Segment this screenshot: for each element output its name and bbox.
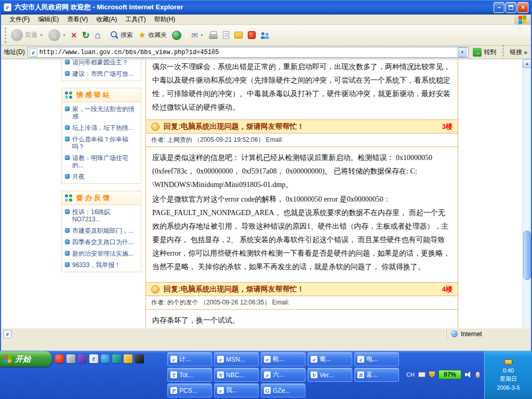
sidebar-link[interactable]: 家，一段无法割舍的情感 (62, 103, 141, 122)
task-button[interactable]: e我... (214, 383, 259, 397)
bullet-icon (65, 262, 70, 267)
volume-icon[interactable] (465, 371, 472, 378)
address-input[interactable] (39, 49, 456, 56)
media-button[interactable] (169, 29, 184, 42)
favorites-star-icon: ★ (138, 31, 146, 39)
thread-content: 偶尔一次不理睬会，系统出错是正常的，重新启动即可，出现次数多了，两种情况比较常见… (145, 59, 458, 336)
scrollbar-thumb[interactable] (523, 231, 531, 280)
quicklaunch-ie-icon[interactable]: e (89, 354, 98, 363)
mouse-icon[interactable] (475, 371, 480, 378)
stop-button[interactable]: × (69, 29, 79, 42)
quicklaunch-icon-2[interactable] (66, 354, 75, 363)
quicklaunch-icon-5[interactable] (101, 354, 110, 363)
sidebar-link[interactable]: 坛上冷清，坛下热情... (62, 122, 141, 134)
back-dropdown-icon[interactable]: ▼ (39, 33, 43, 37)
links-toolbar[interactable]: 链接 » (509, 48, 528, 57)
back-label: 后退 (25, 31, 37, 39)
task-button[interactable]: e电... (354, 352, 399, 366)
messenger-button[interactable] (258, 30, 272, 41)
task-button[interactable]: NNBC... (214, 368, 259, 382)
address-dropdown-icon[interactable]: ▼ (458, 47, 467, 57)
vertical-scrollbar[interactable]: ▲ ▼ (522, 59, 531, 339)
task-button-icon: G (264, 387, 271, 394)
mail-dropdown-icon[interactable]: ▼ (200, 33, 204, 37)
quicklaunch-icon-6[interactable] (112, 354, 121, 363)
print-button[interactable] (206, 30, 220, 41)
sidebar-link[interactable]: 新的治安管理法实施... (62, 248, 141, 259)
toolbar-grip[interactable] (5, 28, 6, 43)
shield-icon[interactable] (429, 371, 435, 378)
minimize-button[interactable]: – (494, 2, 504, 13)
quicklaunch-icon-7[interactable] (124, 354, 132, 363)
home-button[interactable]: ⌂ (92, 29, 103, 42)
language-indicator[interactable]: CH (406, 371, 415, 378)
task-button-label: GZe... (273, 387, 290, 394)
task-button[interactable]: VVer... (308, 368, 352, 382)
mail-button[interactable]: ✉ ▼ (189, 30, 206, 41)
sidebar-link-label: 四季春交叉路口为什... (72, 238, 134, 246)
sidebar-link[interactable]: 96333，我举报！ (62, 259, 141, 271)
search-button[interactable]: 搜索 (108, 29, 136, 41)
qq-button[interactable] (245, 30, 258, 41)
sidebar-link[interactable]: 建议：市民广场可放... (62, 68, 141, 79)
reply-header: 回复:电脑系统出现问题，烦请网友帮帮忙！ 3楼 (146, 119, 458, 134)
menu-help[interactable]: 帮助(H) (150, 14, 180, 25)
mail-icon: ✉ (191, 31, 198, 39)
quicklaunch-icon-1[interactable] (55, 354, 64, 363)
menu-view[interactable]: 查看(V) (63, 14, 92, 25)
sidebar-link[interactable]: 请问帝都豪园业主？ (62, 59, 141, 68)
links-chevron-icon[interactable]: » (524, 49, 527, 56)
sidebar-link[interactable]: 请教：明珠广场住宅的... (62, 152, 141, 171)
scroll-up-icon[interactable]: ▲ (523, 59, 531, 68)
sidebar-link[interactable]: 什么是幸福？你幸福吗？ (62, 134, 141, 152)
task-button-icon: e (264, 356, 271, 363)
task-button[interactable]: TTot... (167, 368, 212, 382)
forward-dropdown-icon[interactable]: ▼ (62, 33, 66, 37)
sidebar-link[interactable]: 市建委及职能部门，... (62, 225, 141, 236)
refresh-button[interactable]: ↻ (79, 29, 92, 42)
forward-button[interactable]: → ▼ (46, 28, 69, 43)
task-button[interactable]: e检... (261, 352, 305, 366)
start-button[interactable]: 开始 (0, 351, 52, 367)
menu-favorites[interactable]: 收藏(A) (92, 14, 121, 25)
quicklaunch-icon-3[interactable] (78, 354, 87, 363)
sidebar-link[interactable]: 投诉：16路皖NO7213... (62, 206, 141, 225)
bullet-icon (65, 251, 70, 256)
task-button[interactable]: eMSN... (214, 352, 259, 366)
links-label: 链接 (510, 48, 522, 57)
clock-panel[interactable]: 0:40 星期日 2006-3-5 (484, 351, 532, 399)
bullet-icon (65, 60, 70, 64)
reply-title: 回复:电脑系统出现问题，烦请网友帮帮忙！ (164, 285, 304, 294)
url-page-icon: e (30, 48, 37, 57)
sidebar-section-title: 情感驿站 (76, 90, 112, 100)
task-button-area: e计... eMSN... e检... e葡... e电... TTot... … (167, 352, 399, 397)
task-button[interactable]: e六... (261, 368, 305, 382)
go-button[interactable]: → 转到 (471, 47, 498, 57)
menu-file[interactable]: 文件(F) (5, 14, 34, 25)
close-button[interactable]: × (517, 2, 528, 13)
bullet-icon (65, 228, 70, 233)
edit-button[interactable] (220, 30, 232, 41)
menu-edit[interactable]: 编辑(E) (34, 14, 63, 25)
task-button[interactable]: PPCS... (167, 383, 212, 397)
maximize-button[interactable] (506, 2, 516, 13)
task-button[interactable]: GGZe... (261, 383, 305, 397)
sidebar-link-label: 月夜 (72, 173, 85, 180)
links-grip[interactable] (502, 45, 504, 60)
keyboard-icon[interactable] (418, 372, 425, 377)
discuss-button[interactable] (232, 30, 245, 40)
address-field[interactable]: e ▼ (28, 47, 469, 58)
task-button[interactable]: e计... (167, 352, 212, 366)
task-button[interactable]: e葡... (308, 352, 352, 366)
back-button[interactable]: ← 后退 ▼ (8, 28, 46, 43)
favorites-button[interactable]: ★ 收藏夹 (136, 29, 169, 41)
bullet-icon (65, 107, 70, 111)
address-label: 地址(D) (4, 48, 25, 57)
menu-tools[interactable]: 工具(T) (121, 14, 150, 25)
quicklaunch-icon-8[interactable] (135, 354, 144, 363)
sidebar-link[interactable]: 四季春交叉路口为什... (62, 236, 141, 248)
desktop-screen: e 六安市人民政府网 欢迎您 - Microsoft Internet Expl… (0, 0, 532, 399)
task-button[interactable]: B蓝... (354, 368, 399, 382)
sidebar-link[interactable]: 月夜 (62, 171, 141, 182)
battery-percent-badge[interactable]: 97% (438, 370, 461, 379)
